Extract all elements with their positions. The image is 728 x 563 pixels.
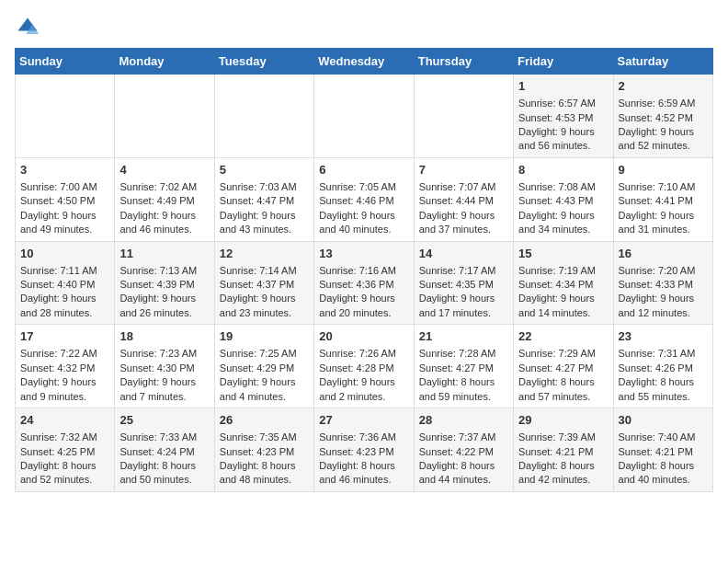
cell-info: Daylight: 9 hours and 17 minutes. [419,292,508,320]
week-row-2: 3Sunrise: 7:00 AMSunset: 4:50 PMDaylight… [16,157,713,241]
cell-info: Sunrise: 7:26 AM [319,347,408,361]
cell-info: Sunrise: 7:25 AM [220,347,309,361]
calendar-cell: 20Sunrise: 7:26 AMSunset: 4:28 PMDayligh… [314,325,414,408]
calendar-cell [214,75,313,158]
week-row-5: 24Sunrise: 7:32 AMSunset: 4:25 PMDayligh… [16,408,713,492]
cell-info: Sunrise: 7:08 AM [518,180,608,194]
cell-info: Sunrise: 7:05 AM [319,180,408,194]
cell-info: Sunset: 4:21 PM [619,445,708,459]
day-number: 20 [319,328,408,345]
day-number: 21 [419,328,508,345]
day-number: 30 [619,412,708,429]
cell-info: Daylight: 9 hours and 26 minutes. [119,292,209,320]
calendar-cell: 15Sunrise: 7:19 AMSunset: 4:34 PMDayligh… [514,241,613,325]
cell-info: Sunrise: 7:32 AM [20,431,109,444]
calendar-cell: 25Sunrise: 7:33 AMSunset: 4:24 PMDayligh… [115,408,214,492]
cell-info: Sunrise: 7:37 AM [419,431,508,444]
day-number: 11 [119,246,209,262]
col-header-tuesday: Tuesday [214,49,313,75]
calendar-cell: 1Sunrise: 6:57 AMSunset: 4:53 PMDaylight… [514,75,613,158]
page-header [15,15,713,40]
calendar-table: SundayMondayTuesdayWednesdayThursdayFrid… [15,48,713,492]
day-number: 7 [419,162,508,178]
cell-info: Daylight: 9 hours and 37 minutes. [419,209,508,237]
calendar-cell: 19Sunrise: 7:25 AMSunset: 4:29 PMDayligh… [214,325,313,408]
logo-icon [15,15,40,40]
day-number: 15 [518,246,608,262]
cell-info: Daylight: 9 hours and 4 minutes. [220,375,309,404]
cell-info: Sunrise: 7:28 AM [419,347,508,361]
day-number: 5 [220,162,309,178]
calendar-cell [16,75,115,158]
day-number: 27 [319,412,408,429]
cell-info: Sunrise: 7:10 AM [619,180,708,194]
day-number: 4 [119,162,209,178]
cell-info: Daylight: 8 hours and 42 minutes. [518,459,608,488]
calendar-cell: 16Sunrise: 7:20 AMSunset: 4:33 PMDayligh… [613,241,712,325]
logo [15,15,44,40]
day-number: 10 [20,246,109,262]
cell-info: Sunset: 4:41 PM [619,194,708,208]
day-number: 6 [319,162,408,178]
cell-info: Sunset: 4:50 PM [20,194,109,208]
cell-info: Daylight: 9 hours and 49 minutes. [20,209,109,237]
cell-info: Sunset: 4:44 PM [419,194,508,208]
cell-info: Daylight: 9 hours and 46 minutes. [119,209,209,237]
cell-info: Sunrise: 6:59 AM [619,97,708,110]
calendar-cell: 26Sunrise: 7:35 AMSunset: 4:23 PMDayligh… [214,408,313,492]
calendar-cell: 9Sunrise: 7:10 AMSunset: 4:41 PMDaylight… [613,157,712,241]
cell-info: Daylight: 9 hours and 40 minutes. [319,209,408,237]
day-number: 8 [518,162,608,178]
calendar-cell: 4Sunrise: 7:02 AMSunset: 4:49 PMDaylight… [115,157,214,241]
calendar-cell [414,75,513,158]
cell-info: Sunrise: 7:11 AM [20,264,109,278]
day-number: 24 [20,412,109,429]
cell-info: Daylight: 9 hours and 20 minutes. [319,292,408,320]
header-row: SundayMondayTuesdayWednesdayThursdayFrid… [16,49,713,75]
day-number: 25 [119,412,209,429]
day-number: 9 [619,162,708,178]
calendar-cell: 11Sunrise: 7:13 AMSunset: 4:39 PMDayligh… [115,241,214,325]
day-number: 28 [419,412,508,429]
day-number: 14 [419,246,508,262]
cell-info: Sunset: 4:26 PM [619,362,708,375]
day-number: 3 [20,162,109,178]
cell-info: Sunset: 4:43 PM [518,194,608,208]
calendar-cell: 14Sunrise: 7:17 AMSunset: 4:35 PMDayligh… [414,241,513,325]
cell-info: Daylight: 9 hours and 2 minutes. [319,375,408,404]
cell-info: Daylight: 9 hours and 43 minutes. [220,209,309,237]
cell-info: Sunset: 4:39 PM [119,278,209,292]
day-number: 12 [220,246,309,262]
cell-info: Daylight: 8 hours and 57 minutes. [518,375,608,404]
day-number: 26 [220,412,309,429]
cell-info: Sunrise: 7:33 AM [119,431,209,444]
cell-info: Sunset: 4:25 PM [20,445,109,459]
cell-info: Sunrise: 7:16 AM [319,264,408,278]
cell-info: Sunrise: 7:22 AM [20,347,109,361]
cell-info: Sunrise: 7:03 AM [220,180,309,194]
cell-info: Daylight: 9 hours and 14 minutes. [518,292,608,320]
calendar-cell: 21Sunrise: 7:28 AMSunset: 4:27 PMDayligh… [414,325,513,408]
cell-info: Sunset: 4:34 PM [518,278,608,292]
calendar-cell: 22Sunrise: 7:29 AMSunset: 4:27 PMDayligh… [514,325,613,408]
cell-info: Sunset: 4:21 PM [518,445,608,459]
calendar-cell: 18Sunrise: 7:23 AMSunset: 4:30 PMDayligh… [115,325,214,408]
cell-info: Sunrise: 7:35 AM [220,431,309,444]
day-number: 2 [619,78,708,95]
cell-info: Daylight: 9 hours and 9 minutes. [20,375,109,404]
col-header-saturday: Saturday [613,49,712,75]
col-header-monday: Monday [115,49,214,75]
calendar-cell: 3Sunrise: 7:00 AMSunset: 4:50 PMDaylight… [16,157,115,241]
day-number: 18 [119,328,209,345]
calendar-cell: 24Sunrise: 7:32 AMSunset: 4:25 PMDayligh… [16,408,115,492]
cell-info: Daylight: 8 hours and 50 minutes. [119,459,209,488]
cell-info: Sunset: 4:53 PM [518,111,608,125]
cell-info: Sunrise: 7:23 AM [119,347,209,361]
cell-info: Sunrise: 7:20 AM [619,264,708,278]
cell-info: Sunset: 4:49 PM [119,194,209,208]
cell-info: Daylight: 8 hours and 55 minutes. [619,375,708,404]
day-number: 22 [518,328,608,345]
calendar-cell: 2Sunrise: 6:59 AMSunset: 4:52 PMDaylight… [613,75,712,158]
cell-info: Sunset: 4:30 PM [119,362,209,375]
cell-info: Sunset: 4:46 PM [319,194,408,208]
